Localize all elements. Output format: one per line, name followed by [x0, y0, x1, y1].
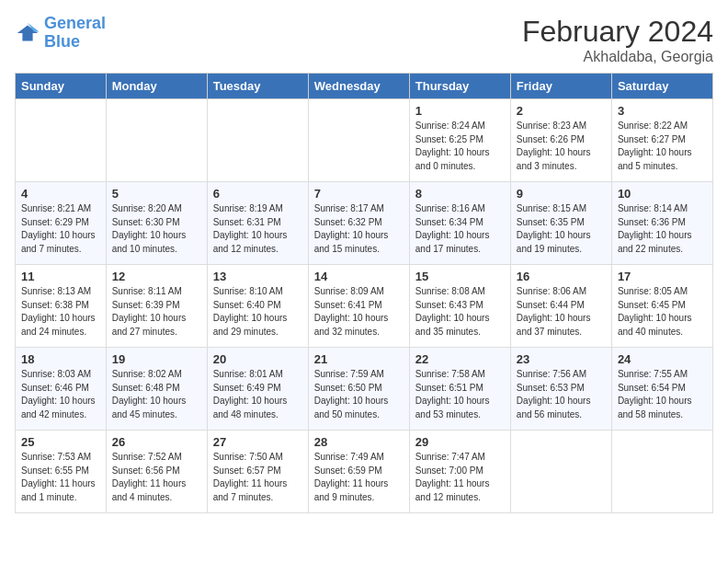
calendar-cell: 8Sunrise: 8:16 AM Sunset: 6:34 PM Daylig…	[409, 182, 510, 265]
day-info: Sunrise: 8:11 AM Sunset: 6:39 PM Dayligh…	[112, 285, 201, 339]
day-info: Sunrise: 8:16 AM Sunset: 6:34 PM Dayligh…	[415, 202, 505, 256]
day-header-wednesday: Wednesday	[308, 74, 409, 99]
subtitle: Akhaldaba, Georgia	[522, 49, 713, 65]
day-info: Sunrise: 8:15 AM Sunset: 6:35 PM Dayligh…	[517, 202, 606, 256]
calendar-cell	[106, 99, 207, 182]
calendar-cell: 25Sunrise: 7:53 AM Sunset: 6:55 PM Dayli…	[16, 431, 107, 513]
calendar-cell: 28Sunrise: 7:49 AM Sunset: 6:59 PM Dayli…	[308, 431, 409, 513]
day-number: 26	[112, 435, 201, 449]
day-header-friday: Friday	[510, 74, 611, 99]
day-number: 25	[21, 435, 100, 449]
day-info: Sunrise: 7:47 AM Sunset: 7:00 PM Dayligh…	[415, 451, 505, 504]
calendar-week-3: 11Sunrise: 8:13 AM Sunset: 6:38 PM Dayli…	[16, 265, 713, 348]
day-number: 1	[415, 104, 505, 118]
calendar-cell: 26Sunrise: 7:52 AM Sunset: 6:56 PM Dayli…	[106, 431, 207, 513]
day-info: Sunrise: 8:03 AM Sunset: 6:46 PM Dayligh…	[21, 368, 100, 421]
calendar-cell	[510, 431, 611, 513]
day-number: 27	[213, 435, 302, 449]
calendar-cell: 3Sunrise: 8:22 AM Sunset: 6:27 PM Daylig…	[611, 99, 712, 182]
day-info: Sunrise: 8:21 AM Sunset: 6:29 PM Dayligh…	[21, 202, 100, 256]
day-number: 29	[415, 435, 505, 449]
day-number: 5	[112, 187, 201, 201]
day-info: Sunrise: 8:09 AM Sunset: 6:41 PM Dayligh…	[314, 285, 404, 339]
day-number: 23	[517, 352, 606, 366]
day-number: 16	[517, 270, 606, 283]
day-number: 20	[213, 352, 302, 366]
day-number: 7	[314, 187, 404, 201]
day-info: Sunrise: 8:22 AM Sunset: 6:27 PM Dayligh…	[618, 120, 707, 173]
logo-blue: Blue	[44, 32, 80, 51]
day-info: Sunrise: 8:06 AM Sunset: 6:44 PM Dayligh…	[517, 285, 606, 339]
day-info: Sunrise: 8:19 AM Sunset: 6:31 PM Dayligh…	[213, 202, 302, 256]
day-number: 15	[415, 270, 505, 283]
day-number: 19	[112, 352, 201, 366]
calendar-cell: 18Sunrise: 8:03 AM Sunset: 6:46 PM Dayli…	[16, 348, 107, 431]
header: General Blue February 2024 Akhaldaba, Ge…	[15, 15, 713, 65]
day-info: Sunrise: 8:10 AM Sunset: 6:40 PM Dayligh…	[213, 285, 302, 339]
day-number: 22	[415, 352, 505, 366]
day-info: Sunrise: 8:08 AM Sunset: 6:43 PM Dayligh…	[415, 285, 505, 339]
day-number: 2	[517, 104, 606, 118]
calendar-cell: 19Sunrise: 8:02 AM Sunset: 6:48 PM Dayli…	[106, 348, 207, 431]
day-info: Sunrise: 7:58 AM Sunset: 6:51 PM Dayligh…	[415, 368, 505, 421]
day-number: 12	[112, 270, 201, 283]
calendar-week-4: 18Sunrise: 8:03 AM Sunset: 6:46 PM Dayli…	[16, 348, 713, 431]
logo-text: General Blue	[44, 15, 106, 52]
calendar-header-row: SundayMondayTuesdayWednesdayThursdayFrid…	[16, 74, 713, 99]
calendar-cell: 6Sunrise: 8:19 AM Sunset: 6:31 PM Daylig…	[207, 182, 308, 265]
calendar-table: SundayMondayTuesdayWednesdayThursdayFrid…	[15, 73, 713, 513]
calendar-cell: 2Sunrise: 8:23 AM Sunset: 6:26 PM Daylig…	[510, 99, 611, 182]
day-number: 28	[314, 435, 404, 449]
logo-general: General	[44, 14, 106, 32]
day-info: Sunrise: 7:56 AM Sunset: 6:53 PM Dayligh…	[517, 368, 606, 421]
calendar-week-5: 25Sunrise: 7:53 AM Sunset: 6:55 PM Dayli…	[16, 431, 713, 513]
day-info: Sunrise: 7:52 AM Sunset: 6:56 PM Dayligh…	[112, 451, 201, 504]
calendar-cell: 7Sunrise: 8:17 AM Sunset: 6:32 PM Daylig…	[308, 182, 409, 265]
calendar-cell	[16, 99, 107, 182]
day-info: Sunrise: 7:55 AM Sunset: 6:54 PM Dayligh…	[618, 368, 707, 421]
day-info: Sunrise: 8:20 AM Sunset: 6:30 PM Dayligh…	[112, 202, 201, 256]
day-header-tuesday: Tuesday	[207, 74, 308, 99]
day-info: Sunrise: 7:59 AM Sunset: 6:50 PM Dayligh…	[314, 368, 404, 421]
day-info: Sunrise: 8:17 AM Sunset: 6:32 PM Dayligh…	[314, 202, 404, 256]
day-number: 21	[314, 352, 404, 366]
calendar-cell	[207, 99, 308, 182]
day-header-monday: Monday	[106, 74, 207, 99]
calendar-cell: 23Sunrise: 7:56 AM Sunset: 6:53 PM Dayli…	[510, 348, 611, 431]
day-header-saturday: Saturday	[611, 74, 712, 99]
day-number: 8	[415, 187, 505, 201]
calendar-cell: 14Sunrise: 8:09 AM Sunset: 6:41 PM Dayli…	[308, 265, 409, 348]
logo-icon	[15, 20, 40, 46]
calendar-cell: 16Sunrise: 8:06 AM Sunset: 6:44 PM Dayli…	[510, 265, 611, 348]
logo: General Blue	[15, 15, 106, 52]
calendar-cell: 17Sunrise: 8:05 AM Sunset: 6:45 PM Dayli…	[611, 265, 712, 348]
calendar-body: 1Sunrise: 8:24 AM Sunset: 6:25 PM Daylig…	[16, 99, 713, 513]
calendar-cell	[611, 431, 712, 513]
day-info: Sunrise: 8:13 AM Sunset: 6:38 PM Dayligh…	[21, 285, 100, 339]
calendar-cell: 21Sunrise: 7:59 AM Sunset: 6:50 PM Dayli…	[308, 348, 409, 431]
day-info: Sunrise: 7:50 AM Sunset: 6:57 PM Dayligh…	[213, 451, 302, 504]
svg-marker-0	[17, 25, 38, 40]
calendar-cell: 15Sunrise: 8:08 AM Sunset: 6:43 PM Dayli…	[409, 265, 510, 348]
day-info: Sunrise: 8:05 AM Sunset: 6:45 PM Dayligh…	[618, 285, 707, 339]
calendar-week-2: 4Sunrise: 8:21 AM Sunset: 6:29 PM Daylig…	[16, 182, 713, 265]
calendar-cell: 12Sunrise: 8:11 AM Sunset: 6:39 PM Dayli…	[106, 265, 207, 348]
day-number: 10	[618, 187, 707, 201]
day-info: Sunrise: 7:49 AM Sunset: 6:59 PM Dayligh…	[314, 451, 404, 504]
day-number: 24	[618, 352, 707, 366]
calendar-cell: 27Sunrise: 7:50 AM Sunset: 6:57 PM Dayli…	[207, 431, 308, 513]
calendar-cell: 1Sunrise: 8:24 AM Sunset: 6:25 PM Daylig…	[409, 99, 510, 182]
day-info: Sunrise: 8:14 AM Sunset: 6:36 PM Dayligh…	[618, 202, 707, 256]
main-title: February 2024	[522, 15, 713, 49]
title-block: February 2024 Akhaldaba, Georgia	[522, 15, 713, 65]
day-info: Sunrise: 8:24 AM Sunset: 6:25 PM Dayligh…	[415, 120, 505, 173]
day-number: 9	[517, 187, 606, 201]
calendar-cell: 29Sunrise: 7:47 AM Sunset: 7:00 PM Dayli…	[409, 431, 510, 513]
calendar-cell: 9Sunrise: 8:15 AM Sunset: 6:35 PM Daylig…	[510, 182, 611, 265]
day-number: 14	[314, 270, 404, 283]
calendar-cell: 4Sunrise: 8:21 AM Sunset: 6:29 PM Daylig…	[16, 182, 107, 265]
day-number: 18	[21, 352, 100, 366]
day-number: 4	[21, 187, 100, 201]
calendar-cell: 11Sunrise: 8:13 AM Sunset: 6:38 PM Dayli…	[16, 265, 107, 348]
day-number: 6	[213, 187, 302, 201]
